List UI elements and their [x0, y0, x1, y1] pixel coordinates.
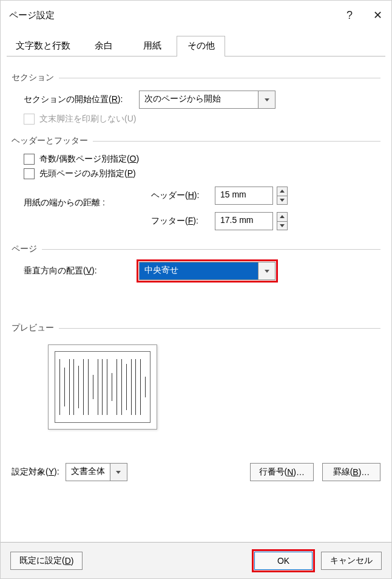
preview-heading-label: プレビュー: [12, 323, 54, 334]
close-button[interactable]: ✕: [363, 1, 391, 30]
preview-page: [55, 351, 150, 423]
group-heading-page: ページ: [12, 244, 380, 255]
footer-distance-spin[interactable]: 17.5 mm: [215, 212, 288, 230]
accelerator-key: D: [65, 556, 71, 566]
header-distance-value[interactable]: 15 mm: [215, 187, 273, 205]
label-text: ):: [193, 216, 198, 225]
spin-up-icon[interactable]: [277, 187, 288, 196]
page-setup-dialog: ページ設定 ? ✕ 文字数と行数 余白 用紙 その他 セクション セクションの開…: [0, 0, 392, 579]
spin-up-icon[interactable]: [277, 212, 288, 222]
apply-to-value: 文書全体: [66, 464, 110, 481]
section-start-combo[interactable]: 次のページから開始: [139, 91, 275, 109]
suppress-endnotes-checkbox: [24, 114, 35, 125]
divider: [59, 78, 380, 78]
distance-label: 用紙の端からの距離 :: [24, 187, 151, 208]
divider: [59, 328, 380, 329]
valign-value: 中央寄せ: [140, 262, 258, 279]
group-heading-section: セクション: [12, 72, 380, 83]
label-text: ): [136, 154, 139, 163]
divider: [42, 249, 380, 250]
tab-other[interactable]: その他: [177, 36, 225, 57]
accelerator-key: Y: [49, 467, 54, 476]
set-default-button[interactable]: 既定に設定(D): [10, 552, 83, 570]
tab-panel-other: セクション セクションの開始位置(R): 次のページから開始 文末脚注を印刷しな…: [1, 57, 391, 542]
label-text: )…: [293, 467, 305, 477]
dialog-title: ページ設定: [9, 10, 336, 21]
odd-even-checkbox[interactable]: [24, 154, 35, 165]
group-heading-headerfooter: ヘッダーとフッター: [12, 135, 380, 146]
label-text: ): [133, 168, 136, 178]
accelerator-key: F: [188, 216, 194, 225]
line-numbers-button[interactable]: 行番号(N)…: [250, 463, 314, 481]
suppress-endnotes-label: 文末脚注を印刷しない(U): [39, 114, 136, 125]
label-text: 既定に設定(: [19, 555, 65, 566]
tab-strip: 文字数と行数 余白 用紙 その他: [7, 36, 385, 57]
valign-label: 垂直方向の配置(V):: [24, 266, 139, 276]
preview-box: [48, 344, 157, 430]
section-start-label: セクションの開始位置(R):: [24, 94, 139, 105]
cancel-button[interactable]: キャンセル: [321, 552, 382, 570]
chevron-down-icon[interactable]: [258, 91, 275, 108]
accelerator-key: R: [112, 94, 118, 104]
header-distance-label: ヘッダー(H):: [151, 190, 215, 201]
label-text: 奇数/偶数ページ別指定(: [39, 154, 130, 163]
header-distance-row: ヘッダー(H): 15 mm: [151, 187, 288, 205]
chevron-down-icon[interactable]: [110, 464, 127, 481]
accelerator-key: B: [353, 467, 358, 477]
label-text: 設定対象(: [12, 467, 49, 476]
accelerator-key: O: [130, 154, 137, 163]
headerfooter-heading-label: ヘッダーとフッター: [12, 135, 88, 146]
label-text: ):: [118, 94, 123, 104]
header-footer-distance-block: 用紙の端からの距離 : ヘッダー(H): 15 mm: [24, 187, 380, 238]
help-button[interactable]: ?: [336, 1, 363, 30]
footer-distance-label: フッター(F):: [151, 216, 215, 227]
label-text: ):: [194, 190, 200, 200]
accelerator-key: N: [287, 467, 293, 477]
page-heading-label: ページ: [12, 244, 37, 255]
accelerator-key: P: [127, 168, 133, 178]
borders-button[interactable]: 罫線(B)…: [322, 463, 380, 481]
tab-margins[interactable]: 余白: [79, 36, 128, 57]
accelerator-key: V: [86, 266, 92, 275]
spin-down-icon[interactable]: [277, 222, 288, 231]
valign-combo[interactable]: 中央寄せ: [139, 262, 275, 280]
tab-chars-lines[interactable]: 文字数と行数: [7, 36, 79, 57]
dialog-footer: 既定に設定(D) OK キャンセル: [1, 542, 391, 578]
odd-even-row: 奇数/偶数ページ別指定(O): [24, 154, 380, 165]
chevron-down-icon[interactable]: [258, 262, 275, 279]
label-text: 行番号(: [259, 467, 288, 478]
odd-even-label: 奇数/偶数ページ別指定(O): [39, 154, 139, 165]
label-text: 罫線(: [333, 467, 353, 478]
first-page-row: 先頭ページのみ別指定(P): [24, 168, 380, 179]
divider: [93, 141, 380, 142]
label-text: 先頭ページのみ別指定(: [39, 168, 127, 178]
label-text: ):: [54, 467, 59, 476]
apply-to-label: 設定対象(Y):: [12, 467, 59, 478]
label-text: ヘッダー(: [151, 190, 188, 200]
spin-down-icon[interactable]: [277, 196, 288, 205]
first-page-label: 先頭ページのみ別指定(P): [39, 168, 136, 179]
label-text: ):: [92, 266, 97, 275]
footer-distance-value[interactable]: 17.5 mm: [215, 212, 273, 230]
label-text: ): [71, 556, 74, 566]
valign-row: 垂直方向の配置(V): 中央寄せ: [24, 262, 380, 280]
titlebar: ページ設定 ? ✕: [1, 1, 391, 30]
apply-to-combo[interactable]: 文書全体: [66, 463, 127, 481]
ok-button[interactable]: OK: [254, 552, 313, 570]
section-heading-label: セクション: [12, 72, 54, 83]
footer-distance-row: フッター(F): 17.5 mm: [151, 212, 288, 230]
label-text: セクションの開始位置(: [24, 94, 112, 104]
tab-paper[interactable]: 用紙: [128, 36, 177, 57]
apply-row: 設定対象(Y): 文書全体 行番号(N)… 罫線(B)…: [12, 463, 380, 481]
label-text: )…: [359, 467, 370, 477]
group-heading-preview: プレビュー: [12, 323, 380, 334]
section-start-row: セクションの開始位置(R): 次のページから開始: [24, 91, 380, 109]
label-text: 垂直方向の配置(: [24, 266, 86, 275]
section-start-value: 次のページから開始: [140, 91, 258, 108]
suppress-endnotes-row: 文末脚注を印刷しない(U): [24, 114, 380, 125]
first-page-checkbox[interactable]: [24, 168, 35, 179]
header-distance-spin[interactable]: 15 mm: [215, 187, 288, 205]
label-text: フッター(: [151, 216, 188, 225]
accelerator-key: H: [188, 190, 194, 200]
